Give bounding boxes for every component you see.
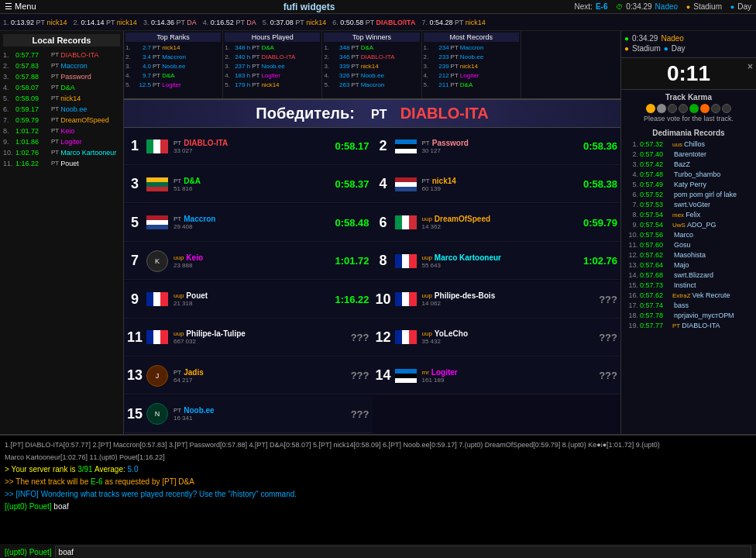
rank-table-row: 5.211PT D&A — [424, 81, 519, 90]
rank-table-row: 1.348PT D&A — [324, 43, 419, 53]
result-entry: 7 K uup Keio 23 888 1:01.72 — [124, 243, 373, 280]
hours-played-section: Hours Played 1.348 hPT D&A2.240 hPT DIAB… — [223, 31, 322, 98]
rank-table-row: 5.263PT Maccron — [324, 81, 419, 90]
top-winners-section: Top Winners 1.348PT D&A2.346PT DIABLO-IT… — [322, 31, 421, 98]
dedimania-row: 18.0:57.78 nprjavio_myстОРМ — [624, 311, 753, 321]
chat-line: 1.[PT] DIABLO-ITA[0:57.77] 2.[PT] Maccro… — [5, 439, 751, 451]
race-row: 1. 0:13.92 PT nick14 2. 0:14.14 PT nick1… — [0, 14, 756, 31]
result-entry: 9 uup Pouet 21 318 1:16.22 — [124, 281, 373, 319]
most-records-rows: 1.234PT Maccron2.233PT Noob.ee3.239PT ni… — [424, 43, 519, 90]
rank-table-row: 3.237 hPT Noob.ee — [225, 62, 320, 71]
result-flag — [394, 253, 418, 269]
close-timer-button[interactable]: × — [747, 61, 753, 72]
result-entry: 1 PT DIABLO-ITA 33 027 0:58.17 — [124, 128, 373, 165]
karma-dot-8 — [722, 104, 731, 113]
dedimania-row: 6.0:57.52 pom pom girl of lake — [624, 190, 753, 200]
rank-table-row: 2.233PT Noob.ee — [424, 53, 519, 62]
chat-info-line: >> [INFO] Wondering what tracks were pla… — [5, 488, 751, 501]
chat-server-rank: > Your server rank is 3/91 Average: 5.0 — [5, 463, 751, 476]
rank-table-row: 2.240 hPT DIABLO-ITA — [225, 53, 320, 62]
hours-played-rows: 1.348 hPT D&A2.240 hPT DIABLO-ITA3.237 h… — [225, 43, 320, 90]
rank-table-row: 3.339PT nick14 — [324, 62, 419, 71]
rank-table-row: 3.239PT nick14 — [424, 62, 519, 71]
karma-dot-6 — [700, 104, 710, 113]
top-winners-rows: 1.348PT D&A2.346PT DIABLO-ITA3.339PT nic… — [324, 43, 419, 90]
local-record-row: 9.1:01.86PT Logiter — [3, 136, 120, 147]
local-record-row: 11.1:16.22PT Pouet — [3, 158, 120, 169]
result-entry: 4 PT nick14 60 139 0:58.38 — [373, 166, 621, 203]
dedimania-row: 12.0:57.62 Masohista — [624, 250, 753, 260]
dedimania-row: 8.0:57.54mex Felix — [624, 210, 753, 220]
local-records-list: 1.0:57.77PT DIABLO-ITA2.0:57.83PT Maccro… — [3, 50, 120, 169]
result-flag — [394, 215, 418, 230]
rank-table-row: 1.2.7PT nick14 — [125, 43, 221, 53]
karma-dot-5 — [689, 104, 699, 113]
dedimania-row: 5.0:57.49 Katy Perry — [624, 180, 753, 190]
rank-table-row: 2.346PT DIABLO-ITA — [324, 53, 419, 62]
top-ranks-rows: 1.2.7PT nick142.3.4PT Maccron3.4.0PT Noo… — [125, 43, 221, 90]
result-flag — [394, 139, 418, 154]
chat-pouet-line: [(upt0) Pouet] boaf — [5, 501, 751, 513]
next-info: Next: E-6 ⏱ 0:34.29 Nadeo ● Stadium ● Da… — [575, 2, 751, 11]
top-ranks-section: Top Ranks 1.2.7PT nick142.3.4PT Maccron3… — [124, 31, 223, 98]
right-sidebar: ● 0:34.29 Nadeo ● Stadium ● Day 0:11 × T… — [620, 31, 756, 434]
top-ranks-title: Top Ranks — [125, 33, 221, 42]
dedimania-list: 1.0:57.32uus Chillos2.0:57.40 Barentoter… — [624, 140, 753, 331]
karma-vote-text: Please vote for the last track. — [624, 115, 753, 122]
dedimania-title: Dedimania Records — [624, 129, 753, 137]
dedimania-row: 9.0:57.54UwS ADO_PG — [624, 220, 753, 230]
chat-input-area: [(upt0) Pouet] — [0, 544, 756, 558]
hours-played-title: Hours Played — [225, 33, 320, 42]
chat-input-prefix: [(upt0) Pouet] — [5, 548, 52, 556]
karma-dot-7 — [711, 104, 720, 113]
rank-table-row: 2.3.4PT Maccron — [125, 53, 221, 62]
rank-table-row: 4.326PT Noob.ee — [324, 71, 419, 81]
chat-next-track: >> The next track will be E-6 as request… — [5, 476, 751, 488]
dedimania-row: 19.0:57.77PT DIABLO-ITA — [624, 321, 753, 331]
karma-dot-2 — [657, 104, 666, 113]
karma-dot-1 — [646, 104, 655, 113]
left-sidebar: Local Records 1.0:57.77PT DIABLO-ITA2.0:… — [0, 31, 124, 434]
karma-dot-4 — [679, 104, 688, 113]
dedimania-row: 16.0:57.62ExtraZ Vek Recrute — [624, 291, 753, 301]
dedimania-row: 3.0:57.42 BazZ — [624, 160, 753, 170]
dedimania-records: Dedimania Records 1.0:57.32uus Chillos2.… — [621, 126, 756, 434]
rank-table-row: 5.179 hPT nick14 — [225, 81, 320, 90]
dedimania-row: 11.0:57.60 Gosu — [624, 240, 753, 250]
main-area: Local Records 1.0:57.77PT DIABLO-ITA2.0:… — [0, 31, 756, 434]
rank-table-row: 4.9.7PT D&A — [125, 71, 221, 81]
rank-table-row: 4.212PT Logiter — [424, 71, 519, 81]
result-flag — [394, 329, 418, 345]
track-karma: Track Karma Please vote for the last tra… — [621, 89, 756, 126]
dedimania-row: 14.0:57.68 swrt.Blizzard — [624, 270, 753, 281]
dedimania-row: 13.0:57.64 Majo — [624, 260, 753, 270]
result-entry: 12 uup YoLeCho 35 432 ??? — [373, 319, 621, 356]
center-panel: Top Ranks 1.2.7PT nick142.3.4PT Maccron3… — [124, 31, 620, 434]
rank-table-row: 1.234PT Maccron — [424, 43, 519, 53]
most-records-title: Most Records — [424, 33, 519, 42]
menu-button[interactable]: ☰ Menu — [5, 2, 36, 12]
local-record-row: 10.1:02.76PT Marco Kartooneur — [3, 147, 120, 158]
chat-input-field[interactable] — [55, 546, 751, 558]
result-entry: 15 N PT Noob.ee 16 341 ??? — [124, 396, 373, 433]
result-entry: 6 uup DreamOfSpeed 14 362 0:59.79 — [373, 205, 621, 242]
local-records-title: Local Records — [3, 34, 120, 46]
local-record-row: 2.0:57.83PT Maccron — [3, 60, 120, 71]
rank-table-row: 3.4.0PT Noob.ee — [125, 62, 221, 71]
result-entry: 3 PT D&A 51 816 0:58.37 — [124, 166, 373, 203]
result-flag: J — [146, 368, 169, 384]
race-item: 3. 0:14.36 PT DA — [143, 19, 197, 26]
chat-line: Marco Kartooneur[1:02.76] 11.(upt0) Poue… — [5, 451, 751, 463]
result-flag — [394, 291, 418, 307]
result-flag: K — [146, 253, 169, 269]
local-record-row: 8.1:01.72PT Keio — [3, 126, 120, 136]
track-karma-title: Track Karma — [624, 93, 753, 102]
race-item: 6. 0:50.58 PT DIABLO/ITA — [332, 19, 415, 26]
top-winners-title: Top Winners — [324, 33, 419, 42]
dedimania-row: 17.0:57.74 bass — [624, 301, 753, 311]
dedimania-row: 2.0:57.40 Barentoter — [624, 150, 753, 160]
dedimania-row: 7.0:57.53 swrt.VoGter — [624, 200, 753, 210]
dedimania-row: 1.0:57.32uus Chillos — [624, 140, 753, 150]
result-flag — [394, 368, 418, 384]
top-bar: ☰ Menu fufi widgets Next: E-6 ⏱ 0:34.29 … — [0, 0, 756, 14]
